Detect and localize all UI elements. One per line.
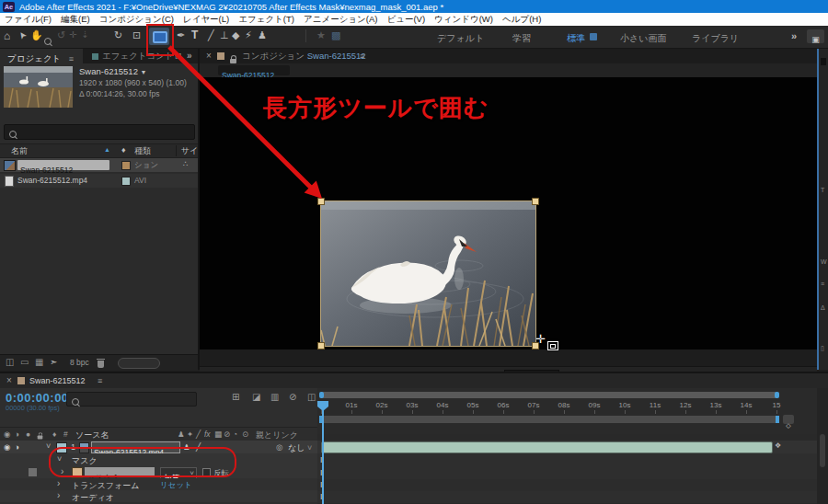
hand-tool[interactable]: ✋ xyxy=(30,29,43,41)
mask-rectangle[interactable] xyxy=(320,200,536,347)
workspace-small-screen[interactable]: 小さい画面 xyxy=(620,32,666,45)
workspace-library[interactable]: ライブラリ xyxy=(692,32,739,45)
selection-tool[interactable]: ➤ xyxy=(16,29,29,41)
workspace-standard[interactable]: 標準 xyxy=(567,32,585,45)
home-tool[interactable]: ⌂ xyxy=(4,29,10,42)
layer-duration-bar[interactable] xyxy=(321,441,773,453)
viewer-tab-close-icon[interactable]: × xyxy=(206,49,212,63)
rotate-tool[interactable]: ↻ xyxy=(114,29,122,41)
ruler-tick[interactable]: 01s xyxy=(346,401,358,409)
time-navigator-start-handle[interactable] xyxy=(319,392,324,398)
timeline-menu-icon[interactable]: ≡ xyxy=(98,373,102,388)
bpc-label[interactable]: 8 bpc xyxy=(70,358,89,367)
type-tool[interactable]: T xyxy=(191,29,198,41)
ruler-tick[interactable]: 12s xyxy=(680,401,692,409)
ruler-tick[interactable]: 15 xyxy=(773,401,781,409)
ruler-tick[interactable]: 10s xyxy=(619,401,631,409)
ruler-tick[interactable]: 09s xyxy=(589,401,601,409)
project-row-comp[interactable]: Swan-6215512 ション ∴ xyxy=(0,158,198,172)
timeline-tab-label[interactable]: Swan-6215512 xyxy=(29,373,86,388)
tab-overflow-icon[interactable]: » xyxy=(187,49,192,63)
ruler-tick[interactable]: 11s xyxy=(650,401,661,409)
clone-stamp-tool[interactable]: ⊥ xyxy=(220,29,229,41)
menu-edit[interactable]: 編集(E) xyxy=(56,14,95,26)
breadcrumb-comp-chip[interactable]: Swan-6215512 xyxy=(218,65,290,75)
timeline-search-input[interactable] xyxy=(66,392,197,407)
frame-blend-icon[interactable]: ▥ xyxy=(270,392,279,402)
audio-chevron-icon[interactable]: › xyxy=(57,490,60,500)
time-navigator-end-handle[interactable] xyxy=(775,392,779,398)
timeline-scrollbar-thumb[interactable] xyxy=(820,434,825,467)
menu-file[interactable]: ファイル(F) xyxy=(0,14,56,26)
project-search-input[interactable] xyxy=(4,124,195,140)
column-tag-icon[interactable]: ♦ xyxy=(121,145,126,155)
track-area[interactable]: ❖ I I I I xyxy=(317,434,817,504)
audio-label[interactable]: オーディオ xyxy=(72,492,114,504)
workspace-default[interactable]: デフォルト xyxy=(437,32,484,45)
column-divider[interactable] xyxy=(176,145,177,156)
mask-handle-topright[interactable] xyxy=(532,198,539,205)
draft-3d-icon[interactable]: ◪ xyxy=(252,392,260,402)
comp-name-box[interactable]: Swan-6215512 xyxy=(17,160,109,170)
pan-camera-tool[interactable]: ✛ xyxy=(69,29,76,40)
work-area-end-handle[interactable] xyxy=(776,416,779,423)
mask-feather-icon[interactable]: ★ xyxy=(316,29,326,41)
transform-row[interactable]: › トランスフォーム リセット xyxy=(0,478,317,490)
ruler-tick[interactable]: 02s xyxy=(376,401,388,409)
menu-window[interactable]: ウィンドウ(W) xyxy=(430,14,498,26)
interpret-footage-icon[interactable]: ◫ xyxy=(6,357,14,367)
column-size[interactable]: サイ xyxy=(181,145,198,157)
dolly-camera-tool[interactable]: ⇣ xyxy=(81,29,88,40)
pen-tool[interactable]: ✒ xyxy=(177,29,185,41)
layer-pickwhip-icon[interactable]: ◎ xyxy=(276,442,282,452)
zoom-tool[interactable] xyxy=(44,38,52,45)
comp-marker-button[interactable]: ◇ xyxy=(783,415,794,424)
workspace-overflow[interactable]: » xyxy=(791,30,797,41)
workspace-learn[interactable]: 学習 xyxy=(512,32,531,45)
current-timecode[interactable]: 0:00:00:00 xyxy=(6,391,69,405)
timeline-tab-close-icon[interactable]: × xyxy=(6,373,12,388)
motion-blur-icon[interactable]: ⊘ xyxy=(289,392,296,402)
send-icon[interactable]: ➣ xyxy=(50,357,57,367)
mask-handle-topleft[interactable] xyxy=(317,198,325,205)
puppet-pin-tool[interactable]: ♟ xyxy=(258,29,267,41)
work-area-bar[interactable] xyxy=(321,416,777,423)
roto-brush-tool[interactable]: ⚡ xyxy=(245,29,252,41)
viewer-tab-label[interactable]: コンポジション Swan-6215512 xyxy=(242,49,366,63)
ruler-tick[interactable]: 03s xyxy=(407,401,419,409)
footage-label-chip[interactable] xyxy=(121,177,131,186)
ruler-tick[interactable]: 07s xyxy=(528,401,540,409)
menu-view[interactable]: ビュー(V) xyxy=(382,14,430,26)
transform-chevron-icon[interactable]: › xyxy=(57,478,60,488)
panel-menu-icon[interactable]: ≡ xyxy=(69,54,74,63)
graph-editor-icon[interactable]: ◫ xyxy=(307,392,316,402)
menu-layer[interactable]: レイヤー(L) xyxy=(178,14,234,26)
ruler-tick[interactable]: 06s xyxy=(498,401,510,409)
time-navigator-bar[interactable] xyxy=(321,392,777,398)
workspace-search-button[interactable]: ▣ xyxy=(807,29,824,43)
tab-project[interactable]: プロジェクト ≡ xyxy=(0,49,83,63)
snap-grid-icon[interactable]: ▩ xyxy=(331,29,340,41)
mask1-visibility-box[interactable] xyxy=(29,468,37,476)
workspace-edit-icon[interactable] xyxy=(590,33,597,40)
layer-expand-chevron-icon[interactable]: ˅ xyxy=(46,441,51,451)
layer-audio-icon[interactable]: ◑ xyxy=(15,442,19,452)
sort-asc-icon[interactable]: ▲ xyxy=(104,146,110,153)
pan-behind-tool[interactable]: ⊡ xyxy=(132,29,141,41)
ruler-tick[interactable]: 05s xyxy=(467,401,479,409)
column-name[interactable]: 名前 xyxy=(11,145,28,157)
playhead-line[interactable] xyxy=(322,401,324,504)
comp-label-chip[interactable] xyxy=(121,161,131,170)
comp-mini-flowchart-icon[interactable]: ⊞ xyxy=(232,392,239,402)
ruler-tick[interactable]: 04s xyxy=(437,401,449,409)
menu-help[interactable]: ヘルプ(H) xyxy=(498,14,546,26)
menu-effect[interactable]: エフェクト(T) xyxy=(234,14,299,26)
ruler-tick[interactable]: 08s xyxy=(558,401,570,409)
audio-row[interactable]: › オーディオ xyxy=(0,490,317,502)
mask-handle-bottomleft[interactable] xyxy=(317,342,325,349)
ruler-tick[interactable]: 14s xyxy=(741,401,753,409)
layer-video-icon[interactable]: ◉ xyxy=(4,442,10,452)
trash-icon[interactable] xyxy=(98,361,104,368)
orbit-camera-tool[interactable]: ↺ xyxy=(57,29,65,41)
new-comp-icon[interactable]: ▦ xyxy=(35,357,43,367)
